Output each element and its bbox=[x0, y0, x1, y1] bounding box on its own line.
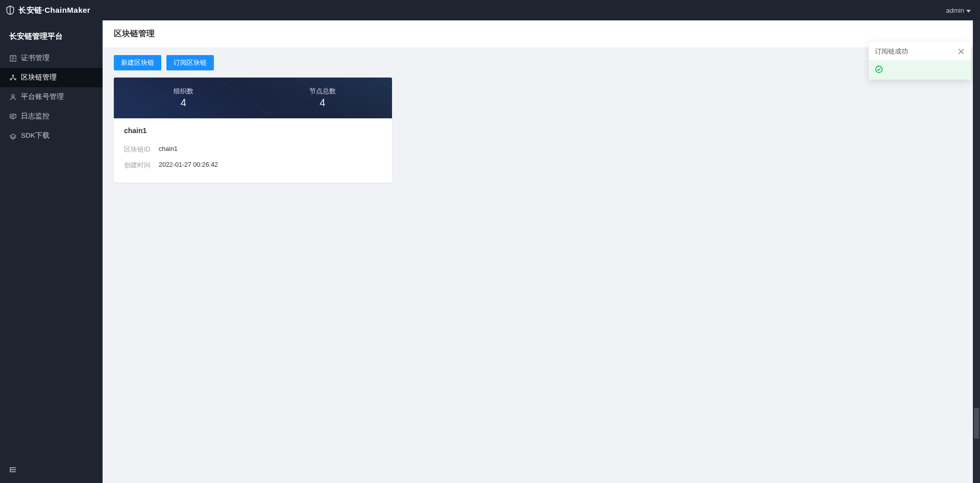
user-name: admin bbox=[946, 7, 964, 14]
sidebar: 长安链管理平台 证书管理 区块链管理 bbox=[0, 20, 103, 483]
toast-body bbox=[869, 60, 971, 80]
sidebar-item-label: 平台账号管理 bbox=[21, 92, 64, 101]
create-chain-button[interactable]: 新建区块链 bbox=[114, 55, 161, 70]
button-row: 新建区块链 订阅区块链 bbox=[114, 55, 969, 70]
chevron-down-icon bbox=[966, 7, 971, 14]
stat-value: 4 bbox=[253, 97, 393, 109]
sidebar-item-label: 区块链管理 bbox=[21, 73, 57, 82]
info-key: 创建时间 bbox=[124, 161, 159, 170]
monitor-icon bbox=[9, 113, 17, 120]
sidebar-title: 长安链管理平台 bbox=[0, 29, 103, 48]
info-value: chain1 bbox=[159, 145, 178, 154]
sidebar-item-log[interactable]: 日志监控 bbox=[0, 107, 103, 126]
content: 区块链管理 新建区块链 订阅区块链 组织数 4 节点总数 4 bbox=[103, 20, 980, 483]
cert-icon bbox=[9, 55, 17, 62]
page-body: 新建区块链 订阅区块链 组织数 4 节点总数 4 bbox=[103, 48, 980, 483]
svg-point-1 bbox=[12, 74, 14, 76]
user-icon bbox=[9, 93, 17, 101]
close-icon[interactable] bbox=[958, 48, 965, 55]
sidebar-item-blockchain[interactable]: 区块链管理 bbox=[0, 68, 103, 87]
chain-card[interactable]: 组织数 4 节点总数 4 chain1 区块链ID chain1 bbox=[114, 78, 392, 183]
success-icon bbox=[875, 65, 883, 73]
blockchain-icon bbox=[9, 74, 17, 82]
sidebar-item-label: 证书管理 bbox=[21, 54, 50, 63]
sidebar-item-account[interactable]: 平台账号管理 bbox=[0, 87, 103, 107]
chain-cards: 组织数 4 节点总数 4 chain1 区块链ID chain1 bbox=[114, 78, 969, 183]
chain-name: chain1 bbox=[124, 126, 382, 135]
stat-label: 组织数 bbox=[114, 87, 253, 96]
toast-title: 订阅链成功 bbox=[875, 47, 908, 56]
card-banner: 组织数 4 节点总数 4 bbox=[114, 78, 392, 118]
sidebar-nav: 证书管理 区块链管理 平台账号管理 bbox=[0, 48, 103, 145]
stat-label: 节点总数 bbox=[253, 87, 393, 96]
sidebar-item-sdk[interactable]: SDK下载 bbox=[0, 126, 103, 145]
toast: 订阅链成功 bbox=[869, 42, 971, 80]
info-row-chain-id: 区块链ID chain1 bbox=[124, 142, 382, 158]
collapse-icon[interactable] bbox=[9, 466, 17, 474]
stat-nodes: 节点总数 4 bbox=[253, 87, 393, 109]
brand-logo-icon bbox=[5, 5, 15, 15]
download-icon bbox=[9, 132, 17, 140]
svg-point-4 bbox=[12, 94, 14, 97]
scrollbar-thumb[interactable] bbox=[974, 408, 979, 439]
page-title: 区块链管理 bbox=[103, 20, 980, 48]
topbar: 长安链·ChainMaker admin bbox=[0, 0, 980, 20]
sidebar-item-label: SDK下载 bbox=[21, 131, 50, 140]
toast-head: 订阅链成功 bbox=[869, 42, 971, 60]
card-body: chain1 区块链ID chain1 创建时间 2022-01-27 00:2… bbox=[114, 118, 392, 183]
brand-text: 长安链·ChainMaker bbox=[18, 6, 90, 15]
info-row-created: 创建时间 2022-01-27 00:26:42 bbox=[124, 158, 382, 173]
brand: 长安链·ChainMaker bbox=[5, 5, 90, 15]
info-value: 2022-01-27 00:26:42 bbox=[159, 161, 218, 170]
stat-value: 4 bbox=[114, 97, 253, 109]
vertical-scrollbar[interactable] bbox=[973, 20, 980, 483]
sidebar-item-label: 日志监控 bbox=[21, 112, 50, 121]
sidebar-footer bbox=[0, 459, 103, 483]
stat-orgs: 组织数 4 bbox=[114, 87, 253, 109]
subscribe-chain-button[interactable]: 订阅区块链 bbox=[166, 55, 214, 70]
info-key: 区块链ID bbox=[124, 145, 159, 154]
sidebar-item-cert[interactable]: 证书管理 bbox=[0, 48, 103, 68]
user-menu[interactable]: admin bbox=[946, 7, 971, 14]
